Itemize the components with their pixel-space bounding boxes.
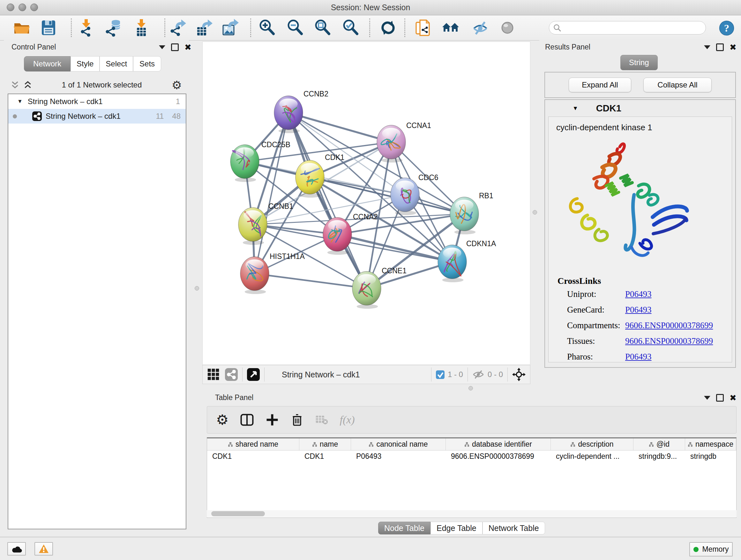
node-label-CCNE1: CCNE1 — [382, 266, 407, 275]
network-node-CDKN1A[interactable]: CDKN1A — [438, 240, 496, 282]
function-builder-icon[interactable]: f(x) — [340, 414, 354, 426]
node-label-CCNA2: CCNA2 — [353, 212, 378, 221]
crosslink-value-link[interactable]: P06493 — [625, 289, 652, 299]
zoom-selected-icon[interactable] — [342, 19, 360, 37]
column-header-namespace[interactable]: namespace — [685, 438, 736, 450]
tab-select[interactable]: Select — [99, 56, 133, 71]
cloud-button[interactable] — [7, 542, 26, 556]
left-splitter-handle[interactable] — [195, 286, 199, 291]
column-header-name[interactable]: name — [299, 438, 351, 450]
network-edge[interactable] — [255, 273, 367, 288]
import-database-icon[interactable] — [105, 19, 122, 37]
tab-string[interactable]: String — [620, 55, 658, 70]
collection-disclosure-icon[interactable]: ▼ — [17, 98, 23, 105]
share-document-icon[interactable] — [414, 19, 432, 37]
gene-section-header[interactable]: ▼ CDK1 — [545, 100, 735, 117]
network-edge[interactable] — [255, 113, 288, 273]
crosslink-value-link[interactable]: 9606.ENSP00000378699 — [625, 320, 713, 330]
network-node-HIST1H1A[interactable]: HIST1H1A — [240, 252, 305, 294]
column-header-database-identifier[interactable]: database identifier — [446, 438, 551, 450]
network-node-CCNB2[interactable]: CCNB2 — [274, 90, 328, 133]
column-header-description[interactable]: description — [551, 438, 633, 450]
create-column-icon[interactable] — [266, 413, 279, 427]
memory-button[interactable]: Memory — [689, 542, 733, 557]
network-edge[interactable] — [288, 113, 367, 288]
tab-node-table[interactable]: Node Table — [378, 522, 430, 535]
warnings-button[interactable] — [35, 542, 53, 556]
selected-checkbox-icon[interactable] — [436, 370, 445, 379]
node-gloss — [244, 210, 262, 221]
pan-crosshair-icon[interactable] — [512, 368, 526, 381]
export-network-icon[interactable] — [169, 19, 187, 37]
tab-network-table[interactable]: Network Table — [482, 522, 545, 535]
table-options-gear-icon[interactable]: ⚙ — [216, 413, 228, 427]
network-share-icon[interactable] — [225, 368, 238, 381]
network-node-CCNA2[interactable]: CCNA2 — [323, 212, 378, 255]
open-session-icon[interactable] — [13, 19, 30, 37]
zoom-in-icon[interactable] — [259, 19, 276, 37]
cytoscape-window: Session: New Session ? Control Panel ✖ N… — [0, 0, 741, 560]
network-collection-row[interactable]: ▼ String Network – cdk1 1 — [8, 94, 186, 109]
panel-close-icon[interactable]: ✖ — [185, 44, 192, 50]
preview-eye-icon[interactable] — [498, 19, 516, 37]
grid-view-icon[interactable] — [207, 368, 220, 381]
collapse-all-icon[interactable] — [11, 81, 19, 89]
table-hscrollbar[interactable] — [207, 510, 737, 517]
network-node-CCNE1[interactable]: CCNE1 — [352, 266, 407, 309]
column-header-shared-name[interactable]: shared name — [207, 438, 299, 450]
scrollbar-thumb[interactable] — [211, 511, 265, 516]
hide-panels-icon[interactable] — [471, 19, 489, 37]
network-canvas[interactable]: CCNB2CCNA1CDC25BCDK1CDC6RB1CCNB1CCNA2CDK… — [202, 42, 530, 365]
zoom-fit-icon[interactable] — [314, 19, 332, 37]
column-header-canonical-name[interactable]: canonical name — [351, 438, 446, 450]
tab-network[interactable]: Network — [24, 56, 71, 71]
import-table-icon[interactable] — [132, 19, 150, 37]
tab-style[interactable]: Style — [71, 56, 99, 71]
export-image-icon[interactable] — [221, 19, 239, 37]
hidden-eye-icon[interactable] — [472, 369, 484, 380]
results-panel-header-buttons: ✖ — [704, 44, 737, 51]
collapse-all-button[interactable]: Collapse All — [643, 78, 712, 92]
window-title: Session: New Session — [0, 0, 741, 15]
tab-edge-table[interactable]: Edge Table — [430, 522, 482, 535]
bottom-splitter-handle[interactable] — [468, 386, 473, 390]
refresh-layout-icon[interactable] — [379, 19, 397, 37]
export-table-icon[interactable] — [195, 19, 213, 37]
panel-menu-icon[interactable] — [704, 396, 711, 400]
string-home-icon[interactable] — [442, 19, 460, 37]
table-row[interactable]: CDK1CDK1P064939606.ENSP00000378699cyclin… — [207, 450, 736, 462]
column-header--id[interactable]: @id — [633, 438, 685, 450]
zoom-out-icon[interactable] — [286, 19, 305, 37]
panel-close-icon[interactable]: ✖ — [730, 44, 737, 50]
panel-close-icon[interactable]: ✖ — [730, 395, 737, 401]
network-options-gear-icon[interactable]: ⚙ — [172, 78, 182, 91]
help-button[interactable]: ? — [719, 20, 735, 36]
crosslink-value-link[interactable]: 9606.ENSP00000378699 — [625, 336, 713, 346]
search-field[interactable] — [549, 21, 706, 35]
gene-disclosure-icon[interactable]: ▼ — [572, 105, 578, 112]
expand-all-button[interactable]: Expand All — [569, 78, 631, 92]
network-node-CCNB1[interactable]: CCNB1 — [239, 202, 293, 245]
network-row[interactable]: String Network – cdk1 11 48 — [8, 109, 186, 124]
panel-float-icon[interactable] — [716, 44, 724, 51]
panel-float-icon[interactable] — [171, 44, 179, 51]
network-node-CCNA1[interactable]: CCNA1 — [377, 121, 431, 163]
save-session-icon[interactable] — [40, 19, 57, 37]
network-edge[interactable] — [337, 234, 452, 262]
network-node-CDC25B[interactable]: CDC25B — [230, 140, 290, 182]
panel-float-icon[interactable] — [716, 394, 724, 401]
network-node-RB1[interactable]: RB1 — [450, 192, 493, 234]
right-splitter-handle[interactable] — [533, 210, 537, 214]
crosslink-value-link[interactable]: P06493 — [625, 305, 652, 315]
panel-menu-icon[interactable] — [159, 45, 165, 49]
delete-table-icon[interactable] — [315, 415, 328, 425]
show-columns-icon[interactable] — [240, 413, 254, 427]
expand-all-icon[interactable] — [23, 81, 32, 89]
import-network-icon[interactable] — [77, 19, 95, 37]
tab-sets[interactable]: Sets — [133, 56, 161, 71]
delete-column-icon[interactable] — [290, 413, 304, 427]
detach-view-icon[interactable] — [247, 368, 260, 381]
crosslink-value-link[interactable]: P06493 — [625, 352, 652, 362]
search-input[interactable] — [564, 23, 705, 32]
panel-menu-icon[interactable] — [704, 45, 711, 49]
